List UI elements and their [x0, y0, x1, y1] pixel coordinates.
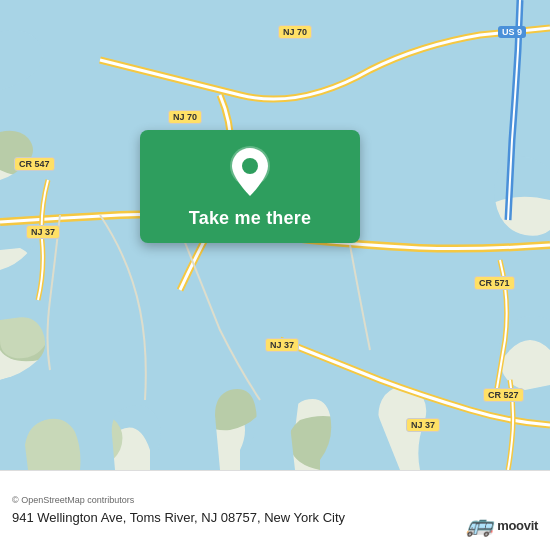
location-pin-icon	[228, 146, 272, 198]
bottom-bar: © OpenStreetMap contributors 941 Welling…	[0, 470, 550, 550]
route-badge-nj37-right: NJ 37	[406, 418, 440, 432]
route-badge-nj37-left: NJ 37	[26, 225, 60, 239]
moovit-logo: 🚌 moovit	[466, 512, 538, 538]
route-badge-cr571: CR 571	[474, 276, 515, 290]
route-badge-nj37-mid: NJ 37	[265, 338, 299, 352]
take-me-there-button[interactable]: Take me there	[189, 208, 311, 229]
route-badge-cr527: CR 527	[483, 388, 524, 402]
moovit-text: moovit	[497, 518, 538, 533]
osm-attribution: © OpenStreetMap contributors	[12, 495, 538, 505]
svg-point-2	[242, 158, 258, 174]
route-badge-nj70-top: NJ 70	[278, 25, 312, 39]
address-line: 941 Wellington Ave, Toms River, NJ 08757…	[12, 509, 538, 527]
route-badge-nj70-mid: NJ 70	[168, 110, 202, 124]
action-card[interactable]: Take me there	[140, 130, 360, 243]
route-badge-us9: US 9	[498, 26, 526, 38]
map-container[interactable]: NJ 70 US 9 CR 547 NJ 70 NJ 37 NJ 37 NJ 3…	[0, 0, 550, 470]
route-badge-cr547: CR 547	[14, 157, 55, 171]
moovit-icon: 🚌	[466, 512, 493, 538]
